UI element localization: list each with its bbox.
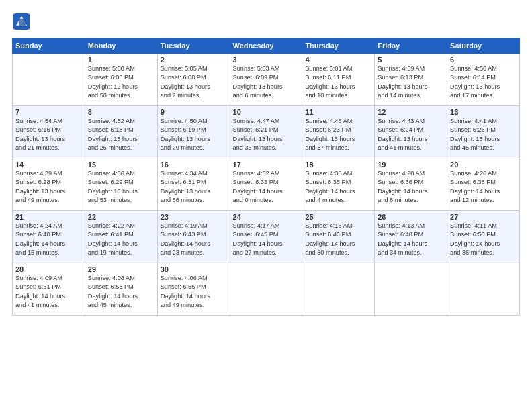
day-cell: 15Sunrise: 4:36 AMSunset: 6:29 PMDayligh…	[85, 158, 157, 211]
day-number: 17	[233, 161, 300, 169]
day-info: Sunrise: 4:22 AMSunset: 6:41 PMDaylight:…	[88, 222, 154, 257]
day-cell: 25Sunrise: 4:15 AMSunset: 6:46 PMDayligh…	[302, 211, 375, 263]
day-cell: 26Sunrise: 4:13 AMSunset: 6:48 PMDayligh…	[375, 211, 447, 263]
day-number: 10	[233, 108, 300, 116]
day-cell: 23Sunrise: 4:19 AMSunset: 6:43 PMDayligh…	[157, 211, 230, 263]
day-cell: 30Sunrise: 4:06 AMSunset: 6:55 PMDayligh…	[157, 263, 230, 316]
day-number: 14	[15, 161, 82, 169]
day-info: Sunrise: 4:19 AMSunset: 6:43 PMDaylight:…	[161, 222, 227, 257]
day-cell: 13Sunrise: 4:41 AMSunset: 6:26 PMDayligh…	[447, 106, 520, 158]
day-info: Sunrise: 4:24 AMSunset: 6:40 PMDaylight:…	[15, 222, 82, 257]
day-number: 16	[161, 161, 227, 169]
day-number: 1	[88, 56, 154, 64]
day-cell: 27Sunrise: 4:11 AMSunset: 6:50 PMDayligh…	[447, 211, 520, 263]
day-cell: 28Sunrise: 4:09 AMSunset: 6:51 PMDayligh…	[13, 263, 85, 316]
day-info: Sunrise: 4:09 AMSunset: 6:51 PMDaylight:…	[15, 274, 82, 310]
day-cell	[375, 263, 447, 316]
day-info: Sunrise: 4:59 AMSunset: 6:13 PMDaylight:…	[378, 64, 444, 100]
day-cell: 24Sunrise: 4:17 AMSunset: 6:45 PMDayligh…	[230, 211, 302, 263]
day-info: Sunrise: 4:56 AMSunset: 6:14 PMDaylight:…	[450, 64, 517, 100]
day-info: Sunrise: 4:45 AMSunset: 6:23 PMDaylight:…	[305, 117, 371, 152]
day-info: Sunrise: 4:06 AMSunset: 6:55 PMDaylight:…	[161, 274, 227, 310]
day-cell: 2Sunrise: 5:05 AMSunset: 6:08 PMDaylight…	[157, 54, 230, 106]
day-info: Sunrise: 5:05 AMSunset: 6:08 PMDaylight:…	[161, 64, 227, 100]
col-header-monday: Monday	[85, 38, 157, 54]
day-cell	[13, 54, 85, 106]
day-cell: 22Sunrise: 4:22 AMSunset: 6:41 PMDayligh…	[85, 211, 157, 263]
day-number: 5	[378, 56, 444, 64]
day-cell: 6Sunrise: 4:56 AMSunset: 6:14 PMDaylight…	[447, 54, 520, 106]
day-number: 4	[305, 56, 371, 64]
day-info: Sunrise: 4:26 AMSunset: 6:38 PMDaylight:…	[450, 169, 517, 205]
day-number: 9	[161, 108, 227, 116]
day-number: 11	[305, 108, 371, 116]
day-number: 7	[15, 108, 82, 116]
day-cell: 14Sunrise: 4:39 AMSunset: 6:28 PMDayligh…	[13, 158, 85, 211]
week-row-5: 28Sunrise: 4:09 AMSunset: 6:51 PMDayligh…	[13, 263, 520, 316]
day-number: 2	[161, 56, 227, 64]
day-info: Sunrise: 5:01 AMSunset: 6:11 PMDaylight:…	[305, 64, 371, 100]
day-info: Sunrise: 4:17 AMSunset: 6:45 PMDaylight:…	[233, 222, 300, 257]
day-info: Sunrise: 4:30 AMSunset: 6:35 PMDaylight:…	[305, 169, 371, 205]
day-cell: 17Sunrise: 4:32 AMSunset: 6:33 PMDayligh…	[230, 158, 302, 211]
day-info: Sunrise: 4:15 AMSunset: 6:46 PMDaylight:…	[305, 222, 371, 257]
header-row: SundayMondayTuesdayWednesdayThursdayFrid…	[13, 38, 520, 54]
col-header-sunday: Sunday	[13, 38, 85, 54]
day-number: 22	[88, 213, 154, 221]
day-info: Sunrise: 5:03 AMSunset: 6:09 PMDaylight:…	[233, 64, 300, 100]
week-row-1: 1Sunrise: 5:08 AMSunset: 6:06 PMDaylight…	[13, 54, 520, 106]
header	[12, 12, 520, 31]
day-cell	[447, 263, 520, 316]
col-header-wednesday: Wednesday	[230, 38, 302, 54]
day-cell: 3Sunrise: 5:03 AMSunset: 6:09 PMDaylight…	[230, 54, 302, 106]
day-number: 27	[450, 213, 517, 221]
day-info: Sunrise: 4:41 AMSunset: 6:26 PMDaylight:…	[450, 117, 517, 152]
day-cell	[230, 263, 302, 316]
day-cell: 12Sunrise: 4:43 AMSunset: 6:24 PMDayligh…	[375, 106, 447, 158]
col-header-tuesday: Tuesday	[157, 38, 230, 54]
day-cell: 11Sunrise: 4:45 AMSunset: 6:23 PMDayligh…	[302, 106, 375, 158]
day-number: 26	[378, 213, 444, 221]
col-header-friday: Friday	[375, 38, 447, 54]
day-info: Sunrise: 4:28 AMSunset: 6:36 PMDaylight:…	[378, 169, 444, 205]
page: SundayMondayTuesdayWednesdayThursdayFrid…	[0, 0, 532, 411]
day-number: 12	[378, 108, 444, 116]
day-number: 29	[88, 265, 154, 273]
day-number: 20	[450, 161, 517, 169]
logo	[12, 12, 34, 31]
day-info: Sunrise: 4:52 AMSunset: 6:18 PMDaylight:…	[88, 117, 154, 152]
day-cell: 7Sunrise: 4:54 AMSunset: 6:16 PMDaylight…	[13, 106, 85, 158]
col-header-saturday: Saturday	[447, 38, 520, 54]
week-row-3: 14Sunrise: 4:39 AMSunset: 6:28 PMDayligh…	[13, 158, 520, 211]
day-info: Sunrise: 4:13 AMSunset: 6:48 PMDaylight:…	[378, 222, 444, 257]
day-cell	[302, 263, 375, 316]
day-number: 21	[15, 213, 82, 221]
day-info: Sunrise: 4:39 AMSunset: 6:28 PMDaylight:…	[15, 169, 82, 205]
day-cell: 4Sunrise: 5:01 AMSunset: 6:11 PMDaylight…	[302, 54, 375, 106]
day-cell: 21Sunrise: 4:24 AMSunset: 6:40 PMDayligh…	[13, 211, 85, 263]
day-info: Sunrise: 4:50 AMSunset: 6:19 PMDaylight:…	[161, 117, 227, 152]
day-number: 8	[88, 108, 154, 116]
day-cell: 9Sunrise: 4:50 AMSunset: 6:19 PMDaylight…	[157, 106, 230, 158]
day-info: Sunrise: 4:34 AMSunset: 6:31 PMDaylight:…	[161, 169, 227, 205]
day-cell: 10Sunrise: 4:47 AMSunset: 6:21 PMDayligh…	[230, 106, 302, 158]
day-number: 24	[233, 213, 300, 221]
logo-icon	[12, 12, 31, 31]
day-info: Sunrise: 4:43 AMSunset: 6:24 PMDaylight:…	[378, 117, 444, 152]
day-number: 6	[450, 56, 517, 64]
svg-marker-2	[19, 19, 26, 27]
week-row-4: 21Sunrise: 4:24 AMSunset: 6:40 PMDayligh…	[13, 211, 520, 263]
calendar-table: SundayMondayTuesdayWednesdayThursdayFrid…	[12, 38, 520, 316]
day-info: Sunrise: 4:36 AMSunset: 6:29 PMDaylight:…	[88, 169, 154, 205]
col-header-thursday: Thursday	[302, 38, 375, 54]
day-number: 19	[378, 161, 444, 169]
day-cell: 20Sunrise: 4:26 AMSunset: 6:38 PMDayligh…	[447, 158, 520, 211]
day-cell: 8Sunrise: 4:52 AMSunset: 6:18 PMDaylight…	[85, 106, 157, 158]
day-number: 25	[305, 213, 371, 221]
day-info: Sunrise: 5:08 AMSunset: 6:06 PMDaylight:…	[88, 64, 154, 100]
day-cell: 1Sunrise: 5:08 AMSunset: 6:06 PMDaylight…	[85, 54, 157, 106]
day-number: 30	[161, 265, 227, 273]
week-row-2: 7Sunrise: 4:54 AMSunset: 6:16 PMDaylight…	[13, 106, 520, 158]
day-info: Sunrise: 4:08 AMSunset: 6:53 PMDaylight:…	[88, 274, 154, 310]
day-number: 13	[450, 108, 517, 116]
